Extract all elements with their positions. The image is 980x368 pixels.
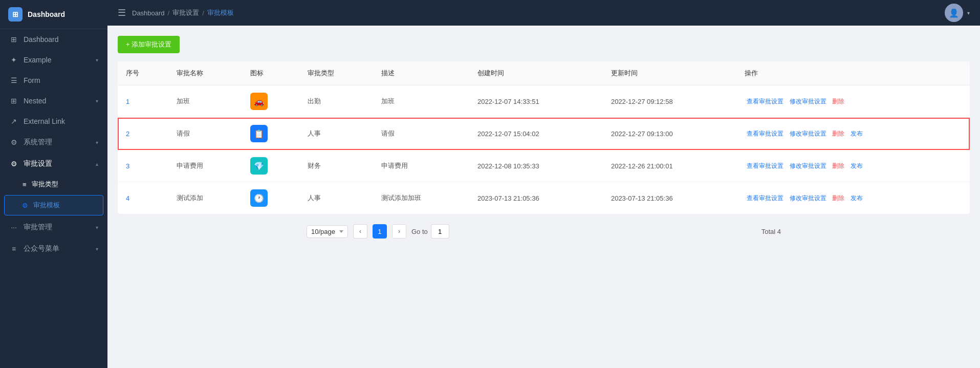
sidebar-label-official-account: 公众号菜单	[24, 244, 59, 253]
sidebar: ⊞ Dashboard ⊞ Dashboard ✦ Example ▾ ☰ Fo…	[0, 0, 107, 368]
action-link-button[interactable]: 修改审批设置	[788, 162, 829, 170]
cell-actions: 查看审批设置 修改审批设置 删除 发布	[736, 182, 970, 214]
row-icon: 🚗	[250, 93, 268, 110]
sidebar-label-external-link: External Link	[24, 117, 65, 125]
approval-type-icon: ≡	[23, 181, 27, 188]
approval-settings-icon: ⚙	[9, 160, 18, 168]
action-danger-button[interactable]: 删除	[830, 97, 846, 106]
sidebar-label-approval-settings: 审批设置	[24, 159, 52, 168]
topbar-left: ☰ Dashboard / 审批设置 / 审批模板	[118, 7, 234, 18]
sidebar-item-approval-mgmt[interactable]: ··· 审批管理 ▾	[0, 217, 107, 238]
topbar: ☰ Dashboard / 审批设置 / 审批模板 👤 ▾	[107, 0, 980, 26]
next-page-button[interactable]: ›	[392, 224, 406, 239]
cell-name: 加班	[168, 85, 242, 118]
cell-updated: 2022-12-26 21:00:01	[603, 150, 736, 182]
breadcrumb-current: 审批模板	[207, 8, 234, 17]
example-icon: ✦	[9, 56, 18, 64]
cell-icon: 💎	[242, 150, 300, 182]
cell-name: 测试添加	[168, 182, 242, 214]
cell-icon: 🕐	[242, 182, 300, 214]
current-page[interactable]: 1	[373, 224, 387, 239]
cell-actions: 查看审批设置 修改审批设置 删除	[736, 85, 970, 118]
cell-seq: 4	[118, 182, 168, 214]
approval-mgmt-icon: ···	[9, 223, 18, 231]
sidebar-label-form: Form	[24, 76, 40, 84]
sidebar-item-external-link[interactable]: ↗ External Link	[0, 111, 107, 132]
logo-icon: ⊞	[8, 7, 23, 21]
cell-type: 人事	[299, 182, 373, 214]
breadcrumb-sep2: /	[202, 9, 204, 17]
action-danger-button[interactable]: 删除	[830, 194, 846, 203]
action-link-button[interactable]: 修改审批设置	[788, 129, 829, 138]
chevron-down-icon-official: ▾	[96, 246, 98, 252]
sidebar-label-example: Example	[24, 56, 51, 64]
col-header-seq: 序号	[118, 61, 168, 85]
breadcrumb-sep1: /	[168, 9, 170, 17]
sidebar-label-dashboard: Dashboard	[24, 35, 59, 44]
cell-created: 2022-12-07 15:04:02	[469, 118, 603, 150]
logo-label: Dashboard	[28, 10, 65, 18]
goto-label: Go to	[411, 228, 428, 235]
add-approval-button[interactable]: + 添加审批设置	[118, 36, 180, 53]
cell-type: 财务	[299, 150, 373, 182]
sidebar-item-official-account[interactable]: ≡ 公众号菜单 ▾	[0, 238, 107, 259]
data-table: 序号 审批名称 图标 审批类型 描述 创建时间 更新时间 操作 1 加班 🚗 出…	[118, 61, 970, 214]
sidebar-item-system-mgmt[interactable]: ⚙ 系统管理 ▾	[0, 132, 107, 153]
form-icon: ☰	[9, 76, 18, 84]
sidebar-item-nested[interactable]: ⊞ Nested ▾	[0, 91, 107, 111]
sidebar-item-approval-type[interactable]: ≡ 审批类型	[0, 175, 107, 194]
cell-updated: 2022-12-27 09:12:58	[603, 85, 736, 118]
action-publish-button[interactable]: 发布	[848, 129, 865, 138]
nested-icon: ⊞	[9, 97, 18, 105]
col-header-desc: 描述	[373, 61, 469, 85]
cell-seq: 1	[118, 85, 168, 118]
breadcrumb-dashboard[interactable]: Dashboard	[132, 9, 165, 17]
row-icon: 📋	[250, 125, 268, 142]
sidebar-item-dashboard[interactable]: ⊞ Dashboard	[0, 29, 107, 50]
breadcrumb-approval-settings[interactable]: 审批设置	[172, 8, 199, 17]
cell-created: 2022-12-07 14:33:51	[469, 85, 603, 118]
dashboard-icon: ⊞	[9, 35, 18, 44]
page-size-select[interactable]: 10/page 20/page 50/page	[307, 225, 348, 238]
system-mgmt-icon: ⚙	[9, 138, 18, 146]
official-account-icon: ≡	[9, 245, 18, 253]
cell-desc: 加班	[373, 85, 469, 118]
avatar[interactable]: 👤	[945, 4, 963, 22]
action-danger-button[interactable]: 删除	[830, 129, 846, 138]
cell-icon: 📋	[242, 118, 300, 150]
sidebar-label-nested: Nested	[24, 97, 46, 105]
goto-input[interactable]	[431, 224, 449, 239]
sidebar-item-form[interactable]: ☰ Form	[0, 70, 107, 91]
chevron-down-icon-nested: ▾	[96, 98, 98, 104]
table-row: 2 请假 📋 人事 请假 2022-12-07 15:04:02 2022-12…	[118, 118, 970, 150]
sidebar-label-approval-mgmt: 审批管理	[24, 223, 52, 232]
content-area: + 添加审批设置 序号 审批名称 图标 审批类型 描述 创建时间 更新时间 操作	[107, 26, 980, 368]
action-link-button[interactable]: 修改审批设置	[788, 194, 829, 203]
cell-name: 请假	[168, 118, 242, 150]
chevron-up-icon-approval: ▴	[96, 161, 98, 167]
topbar-right: 👤 ▾	[945, 4, 970, 22]
sidebar-label-system-mgmt: 系统管理	[24, 138, 52, 147]
table-row: 4 测试添加 🕐 人事 测试添加加班 2023-07-13 21:05:36 2…	[118, 182, 970, 214]
sidebar-item-approval-template[interactable]: ⚙ 审批模板	[5, 196, 103, 215]
sidebar-item-example[interactable]: ✦ Example ▾	[0, 50, 107, 70]
action-publish-button[interactable]: 发布	[848, 194, 865, 203]
action-link-button[interactable]: 修改审批设置	[788, 97, 829, 106]
action-link-button[interactable]: 查看审批设置	[745, 162, 786, 170]
prev-page-button[interactable]: ‹	[353, 224, 367, 239]
sidebar-label-approval-type: 审批类型	[32, 180, 58, 189]
sidebar-item-approval-settings[interactable]: ⚙ 审批设置 ▴	[0, 153, 107, 175]
hamburger-icon[interactable]: ☰	[118, 7, 126, 18]
cell-seq: 3	[118, 150, 168, 182]
total-count: Total 4	[761, 228, 781, 235]
action-link-button[interactable]: 查看审批设置	[745, 194, 786, 203]
action-link-button[interactable]: 查看审批设置	[745, 97, 786, 106]
avatar-chevron-icon[interactable]: ▾	[967, 10, 970, 16]
sidebar-logo: ⊞ Dashboard	[0, 0, 107, 29]
external-link-icon: ↗	[9, 117, 18, 125]
breadcrumb: Dashboard / 审批设置 / 审批模板	[132, 8, 234, 17]
row-icon: 🕐	[250, 189, 268, 207]
action-link-button[interactable]: 查看审批设置	[745, 129, 786, 138]
action-publish-button[interactable]: 发布	[848, 162, 865, 170]
action-danger-button[interactable]: 删除	[830, 162, 846, 170]
